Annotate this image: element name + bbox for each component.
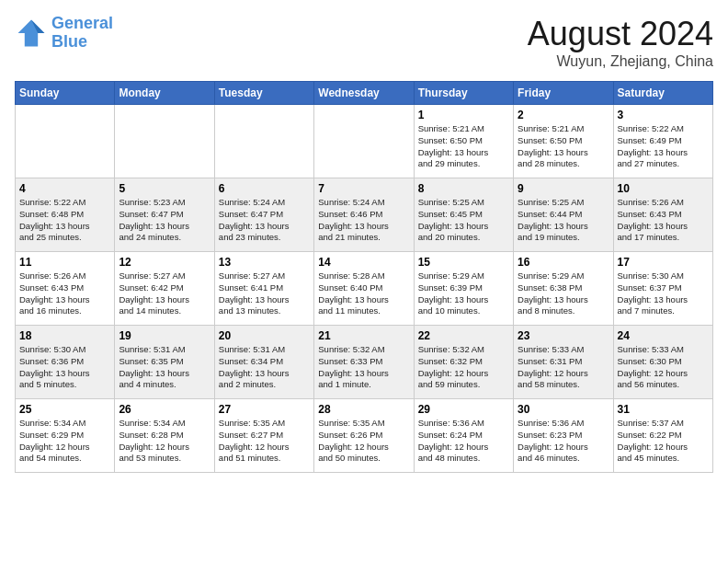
weekday-header-thursday: Thursday	[414, 82, 513, 105]
day-info: Sunrise: 5:26 AM Sunset: 6:43 PM Dayligh…	[19, 270, 110, 317]
weekday-header-row: SundayMondayTuesdayWednesdayThursdayFrid…	[16, 82, 713, 105]
calendar-week-row: 18Sunrise: 5:30 AM Sunset: 6:36 PM Dayli…	[16, 326, 713, 399]
weekday-header-wednesday: Wednesday	[314, 82, 414, 105]
day-info: Sunrise: 5:28 AM Sunset: 6:40 PM Dayligh…	[318, 270, 409, 317]
day-number: 30	[518, 403, 609, 416]
day-number: 26	[119, 403, 210, 416]
calendar-day-cell: 15Sunrise: 5:29 AM Sunset: 6:39 PM Dayli…	[414, 252, 513, 326]
day-number: 5	[119, 182, 210, 195]
title-block: August 2024 Wuyun, Zhejiang, China	[528, 15, 713, 70]
location-subtitle: Wuyun, Zhejiang, China	[528, 53, 713, 70]
day-info: Sunrise: 5:33 AM Sunset: 6:31 PM Dayligh…	[518, 344, 609, 391]
day-info: Sunrise: 5:21 AM Sunset: 6:50 PM Dayligh…	[518, 123, 609, 170]
logo-text-general: General	[51, 15, 113, 33]
day-number: 28	[318, 403, 409, 416]
day-info: Sunrise: 5:32 AM Sunset: 6:32 PM Dayligh…	[418, 344, 509, 391]
day-number: 17	[618, 256, 709, 269]
calendar-day-cell: 2Sunrise: 5:21 AM Sunset: 6:50 PM Daylig…	[514, 105, 613, 178]
day-number: 27	[219, 403, 310, 416]
logo-icon	[15, 17, 48, 50]
day-number: 11	[19, 256, 110, 269]
month-year-title: August 2024	[528, 15, 713, 53]
calendar-day-cell: 25Sunrise: 5:34 AM Sunset: 6:29 PM Dayli…	[16, 399, 115, 473]
day-number: 9	[518, 182, 609, 195]
day-number: 6	[219, 182, 310, 195]
calendar-day-cell: 9Sunrise: 5:25 AM Sunset: 6:44 PM Daylig…	[514, 178, 613, 252]
weekday-header-sunday: Sunday	[16, 82, 115, 105]
calendar-day-cell: 23Sunrise: 5:33 AM Sunset: 6:31 PM Dayli…	[514, 326, 613, 399]
day-number: 4	[19, 182, 110, 195]
calendar-day-cell: 20Sunrise: 5:31 AM Sunset: 6:34 PM Dayli…	[214, 326, 313, 399]
day-number: 23	[518, 329, 609, 342]
day-info: Sunrise: 5:29 AM Sunset: 6:38 PM Dayligh…	[518, 270, 609, 317]
day-number: 10	[618, 182, 709, 195]
calendar-day-cell: 11Sunrise: 5:26 AM Sunset: 6:43 PM Dayli…	[16, 252, 115, 326]
weekday-header-friday: Friday	[514, 82, 613, 105]
calendar-day-cell: 31Sunrise: 5:37 AM Sunset: 6:22 PM Dayli…	[613, 399, 712, 473]
calendar-day-cell	[115, 105, 214, 178]
day-info: Sunrise: 5:27 AM Sunset: 6:42 PM Dayligh…	[119, 270, 210, 317]
calendar-day-cell: 1Sunrise: 5:21 AM Sunset: 6:50 PM Daylig…	[414, 105, 513, 178]
day-info: Sunrise: 5:24 AM Sunset: 6:47 PM Dayligh…	[219, 197, 310, 244]
day-info: Sunrise: 5:36 AM Sunset: 6:23 PM Dayligh…	[518, 418, 609, 465]
calendar-day-cell: 14Sunrise: 5:28 AM Sunset: 6:40 PM Dayli…	[314, 252, 414, 326]
calendar-day-cell: 12Sunrise: 5:27 AM Sunset: 6:42 PM Dayli…	[115, 252, 214, 326]
calendar-day-cell	[214, 105, 313, 178]
calendar-week-row: 4Sunrise: 5:22 AM Sunset: 6:48 PM Daylig…	[16, 178, 713, 252]
calendar-day-cell	[16, 105, 115, 178]
day-info: Sunrise: 5:29 AM Sunset: 6:39 PM Dayligh…	[418, 270, 509, 317]
day-info: Sunrise: 5:31 AM Sunset: 6:35 PM Dayligh…	[119, 344, 210, 391]
day-number: 3	[618, 109, 709, 121]
calendar-day-cell: 18Sunrise: 5:30 AM Sunset: 6:36 PM Dayli…	[16, 326, 115, 399]
calendar-day-cell: 17Sunrise: 5:30 AM Sunset: 6:37 PM Dayli…	[613, 252, 712, 326]
day-info: Sunrise: 5:25 AM Sunset: 6:44 PM Dayligh…	[518, 197, 609, 244]
day-info: Sunrise: 5:27 AM Sunset: 6:41 PM Dayligh…	[219, 270, 310, 317]
logo-text-blue: Blue	[51, 33, 113, 52]
day-number: 15	[418, 256, 509, 269]
day-number: 19	[119, 329, 210, 342]
calendar-day-cell: 5Sunrise: 5:23 AM Sunset: 6:47 PM Daylig…	[115, 178, 214, 252]
calendar-week-row: 11Sunrise: 5:26 AM Sunset: 6:43 PM Dayli…	[16, 252, 713, 326]
day-info: Sunrise: 5:35 AM Sunset: 6:26 PM Dayligh…	[318, 418, 409, 465]
day-number: 31	[618, 403, 709, 416]
calendar-day-cell: 10Sunrise: 5:26 AM Sunset: 6:43 PM Dayli…	[613, 178, 712, 252]
calendar-table: SundayMondayTuesdayWednesdayThursdayFrid…	[15, 81, 713, 473]
day-info: Sunrise: 5:32 AM Sunset: 6:33 PM Dayligh…	[318, 344, 409, 391]
calendar-day-cell: 4Sunrise: 5:22 AM Sunset: 6:48 PM Daylig…	[16, 178, 115, 252]
day-info: Sunrise: 5:33 AM Sunset: 6:30 PM Dayligh…	[618, 344, 709, 391]
day-info: Sunrise: 5:24 AM Sunset: 6:46 PM Dayligh…	[318, 197, 409, 244]
day-number: 13	[219, 256, 310, 269]
day-number: 22	[418, 329, 509, 342]
calendar-day-cell: 28Sunrise: 5:35 AM Sunset: 6:26 PM Dayli…	[314, 399, 414, 473]
day-number: 7	[318, 182, 409, 195]
day-info: Sunrise: 5:30 AM Sunset: 6:36 PM Dayligh…	[19, 344, 110, 391]
weekday-header-saturday: Saturday	[613, 82, 712, 105]
calendar-day-cell: 6Sunrise: 5:24 AM Sunset: 6:47 PM Daylig…	[214, 178, 313, 252]
day-info: Sunrise: 5:22 AM Sunset: 6:48 PM Dayligh…	[19, 197, 110, 244]
day-number: 24	[618, 329, 709, 342]
day-info: Sunrise: 5:30 AM Sunset: 6:37 PM Dayligh…	[618, 270, 709, 317]
day-info: Sunrise: 5:21 AM Sunset: 6:50 PM Dayligh…	[418, 123, 509, 170]
day-info: Sunrise: 5:26 AM Sunset: 6:43 PM Dayligh…	[618, 197, 709, 244]
weekday-header-tuesday: Tuesday	[214, 82, 313, 105]
calendar-week-row: 1Sunrise: 5:21 AM Sunset: 6:50 PM Daylig…	[16, 105, 713, 178]
day-number: 8	[418, 182, 509, 195]
day-info: Sunrise: 5:31 AM Sunset: 6:34 PM Dayligh…	[219, 344, 310, 391]
day-number: 2	[518, 109, 609, 121]
day-info: Sunrise: 5:22 AM Sunset: 6:49 PM Dayligh…	[618, 123, 709, 170]
calendar-day-cell	[314, 105, 414, 178]
calendar-day-cell: 27Sunrise: 5:35 AM Sunset: 6:27 PM Dayli…	[214, 399, 313, 473]
day-number: 21	[318, 329, 409, 342]
calendar-day-cell: 13Sunrise: 5:27 AM Sunset: 6:41 PM Dayli…	[214, 252, 313, 326]
day-number: 29	[418, 403, 509, 416]
day-info: Sunrise: 5:36 AM Sunset: 6:24 PM Dayligh…	[418, 418, 509, 465]
day-number: 12	[119, 256, 210, 269]
calendar-day-cell: 29Sunrise: 5:36 AM Sunset: 6:24 PM Dayli…	[414, 399, 513, 473]
calendar-day-cell: 19Sunrise: 5:31 AM Sunset: 6:35 PM Dayli…	[115, 326, 214, 399]
page-header: General Blue August 2024 Wuyun, Zhejiang…	[15, 15, 713, 70]
calendar-day-cell: 7Sunrise: 5:24 AM Sunset: 6:46 PM Daylig…	[314, 178, 414, 252]
day-number: 20	[219, 329, 310, 342]
day-info: Sunrise: 5:23 AM Sunset: 6:47 PM Dayligh…	[119, 197, 210, 244]
day-info: Sunrise: 5:37 AM Sunset: 6:22 PM Dayligh…	[618, 418, 709, 465]
day-number: 25	[19, 403, 110, 416]
